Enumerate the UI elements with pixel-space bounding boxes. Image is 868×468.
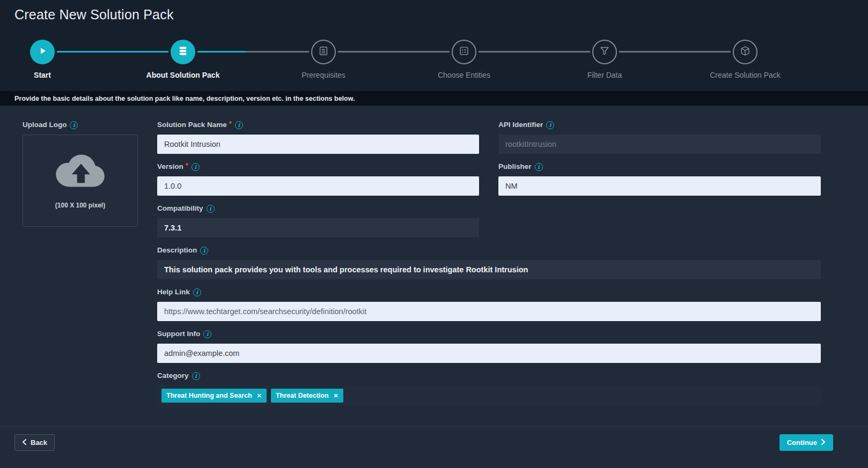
field-help-link: Help Link (157, 287, 821, 321)
step-label: Create Solution Pack (710, 71, 781, 79)
step-create-circle[interactable] (733, 40, 757, 64)
wizard-stepper: Start About Solution Pack (0, 29, 868, 91)
step-label: Filter Data (587, 71, 622, 79)
page-header: Create New Solution Pack (0, 0, 868, 29)
category-label: Category (157, 370, 189, 381)
back-button-label: Back (31, 439, 47, 447)
step-filter-data-circle[interactable] (592, 40, 617, 64)
solution-pack-form: Solution Pack Name* API Identifier (157, 120, 821, 426)
step-about-circle[interactable] (171, 40, 195, 64)
step-label: About Solution Pack (146, 71, 220, 79)
description-input[interactable] (157, 260, 821, 279)
chevron-right-icon (821, 439, 826, 447)
info-icon[interactable] (70, 121, 78, 129)
field-solution-pack-name: Solution Pack Name* (157, 120, 479, 154)
upload-logo-dropzone[interactable]: (100 X 100 pixel) (23, 135, 138, 227)
required-mark: * (186, 160, 188, 171)
info-icon[interactable] (193, 288, 201, 296)
entities-icon (458, 45, 470, 59)
step-choose-entities-circle[interactable] (452, 40, 476, 64)
step-start-circle[interactable] (30, 40, 55, 64)
step-start[interactable]: Start (0, 29, 113, 91)
continue-button-label: Continue (787, 439, 817, 447)
funnel-icon (599, 45, 610, 59)
version-input[interactable] (157, 176, 479, 196)
field-publisher: Publisher (498, 161, 821, 196)
step-label: Prerequisites (301, 71, 345, 79)
help-link-input[interactable] (157, 302, 821, 321)
info-icon[interactable] (235, 121, 243, 129)
upload-logo-section: Upload Logo (100 X 100 pixel) (23, 120, 138, 426)
field-support-info: Support Info (157, 329, 821, 363)
form-content: Upload Logo (100 X 100 pixel) S (0, 106, 868, 426)
continue-button[interactable]: Continue (779, 434, 833, 451)
info-bar-text: Provide the basic details about the solu… (14, 95, 355, 102)
publisher-input[interactable] (498, 176, 821, 196)
support-info-input[interactable] (157, 344, 821, 363)
upload-logo-label: Upload Logo (23, 120, 67, 130)
solution-pack-name-label: Solution Pack Name (157, 120, 227, 130)
page-title: Create New Solution Pack (14, 7, 174, 23)
publisher-label: Publisher (498, 161, 532, 172)
step-label: Start (34, 71, 51, 79)
back-button[interactable]: Back (14, 434, 55, 451)
wizard-footer: Back Continue (0, 426, 868, 468)
solution-pack-name-input[interactable] (157, 135, 479, 154)
field-api-identifier: API Identifier (498, 120, 821, 154)
required-mark: * (229, 118, 232, 129)
info-bar: Provide the basic details about the solu… (0, 91, 868, 106)
api-identifier-label: API Identifier (498, 120, 543, 130)
step-filter-data[interactable]: Filter Data (534, 29, 675, 91)
field-version: Version* (157, 161, 479, 196)
upload-logo-hint: (100 X 100 pixel) (55, 202, 105, 209)
compatibility-input[interactable] (157, 218, 479, 237)
category-tags-input[interactable]: Threat Hunting and Search ✕ Threat Detec… (157, 385, 821, 406)
info-icon[interactable] (546, 121, 554, 129)
create-solution-pack-page: Create New Solution Pack Start (0, 0, 868, 468)
info-icon[interactable] (207, 205, 215, 213)
info-icon[interactable] (192, 163, 200, 171)
description-label: Description (157, 245, 197, 256)
api-identifier-input (498, 135, 821, 154)
version-label: Version (157, 161, 183, 172)
compatibility-label: Compatibility (157, 203, 203, 214)
field-category: Category Threat Hunting and Search ✕ Thr… (157, 370, 821, 406)
tag-label: Threat Hunting and Search (166, 392, 252, 399)
step-create-solution-pack[interactable]: Create Solution Pack (675, 29, 815, 91)
category-tag: Threat Hunting and Search ✕ (161, 389, 267, 403)
field-compatibility: Compatibility (157, 203, 479, 237)
info-icon[interactable] (535, 163, 543, 171)
remove-tag-icon[interactable]: ✕ (257, 392, 262, 399)
step-prerequisites-circle[interactable] (311, 40, 336, 64)
help-link-label: Help Link (157, 287, 190, 298)
chevron-left-icon (22, 439, 27, 447)
checklist-icon (318, 45, 329, 59)
step-choose-entities[interactable]: Choose Entities (394, 29, 534, 91)
step-about-solution-pack[interactable]: About Solution Pack (113, 29, 253, 91)
package-icon (739, 45, 751, 59)
play-icon (37, 46, 48, 58)
support-info-label: Support Info (157, 329, 200, 339)
info-icon[interactable] (192, 372, 200, 380)
info-icon[interactable] (200, 247, 208, 255)
remove-tag-icon[interactable]: ✕ (334, 392, 339, 399)
field-description: Description (157, 245, 821, 279)
step-label: Choose Entities (438, 71, 490, 79)
step-prerequisites[interactable]: Prerequisites (253, 29, 394, 91)
tag-label: Threat Detection (276, 392, 329, 399)
category-tag: Threat Detection ✕ (271, 389, 343, 403)
database-icon (177, 45, 189, 59)
info-icon[interactable] (203, 330, 211, 338)
cloud-upload-icon (54, 152, 107, 191)
